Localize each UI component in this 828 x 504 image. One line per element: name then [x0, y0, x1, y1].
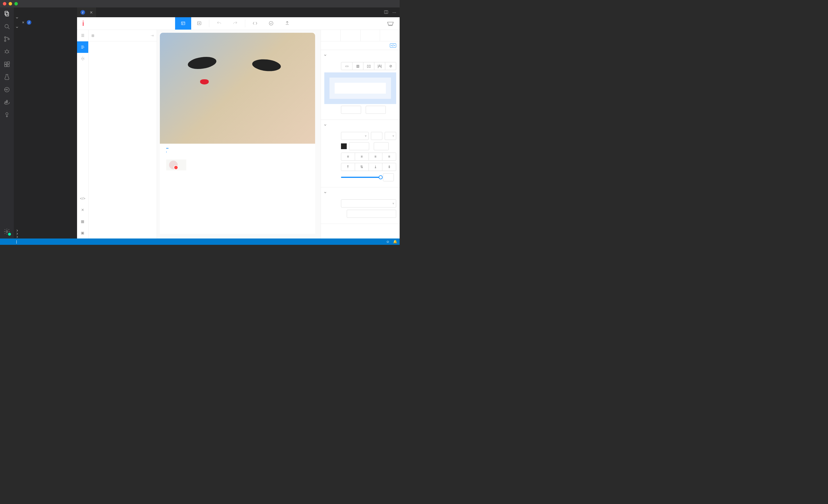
align-right-button[interactable]: ≡	[369, 153, 382, 161]
explorer-sidebar: ✕ i	[14, 7, 77, 238]
workspace-header[interactable]	[14, 26, 77, 29]
z-index-input[interactable]	[347, 210, 396, 218]
svg-rect-23	[6, 100, 7, 101]
position-type-select[interactable]	[341, 199, 396, 208]
save-button[interactable]	[263, 17, 279, 30]
source-control-icon[interactable]	[3, 36, 10, 43]
font-weight-select[interactable]	[341, 132, 369, 140]
svg-point-32	[199, 23, 200, 24]
opacity-input[interactable]	[383, 173, 394, 181]
valign-bottom-button[interactable]: ⤓	[369, 163, 382, 171]
svg-rect-22	[6, 102, 7, 103]
opacity-slider[interactable]	[341, 177, 381, 178]
hero-image	[160, 33, 315, 144]
view-code-icon[interactable]: </>	[390, 43, 396, 48]
text-color-swatch[interactable]	[341, 143, 347, 149]
open-editors-header[interactable]	[14, 16, 77, 19]
layout-flex-col-button[interactable]: ▯▯	[363, 62, 374, 70]
rail-components-icon[interactable]	[77, 53, 88, 64]
align-center-button[interactable]: ≡	[355, 153, 369, 161]
search-icon[interactable]	[3, 23, 10, 30]
tab-attributes[interactable]	[340, 30, 360, 41]
status-feedback-icon[interactable]: ☺	[386, 240, 389, 244]
open-editor-item[interactable]: ✕ i	[14, 19, 77, 26]
artboard	[160, 33, 315, 234]
split-editor-icon[interactable]	[384, 10, 388, 15]
debug-icon[interactable]	[3, 48, 10, 55]
editor-tabs: i ✕ ⋯	[77, 7, 400, 17]
undo-button[interactable]	[211, 17, 227, 30]
svg-rect-28	[181, 21, 185, 25]
layout-flex-row-button[interactable]: ▥	[352, 62, 363, 70]
generate-code-button[interactable]	[247, 17, 263, 30]
settings-gear-icon[interactable]	[3, 228, 10, 235]
svg-rect-1	[6, 12, 9, 16]
svg-rect-15	[7, 65, 9, 67]
outline-header[interactable]	[14, 229, 77, 232]
app-toolbar: i	[77, 17, 400, 30]
rail-layers-icon[interactable]: ▦	[80, 216, 85, 227]
layout-inline-button[interactable]: |A|	[374, 62, 385, 70]
close-tab-icon[interactable]: ✕	[90, 10, 93, 15]
layout-hidden-button[interactable]: ⊘	[385, 62, 396, 70]
maximize-window-button[interactable]	[14, 2, 18, 5]
layout-mode-button[interactable]	[175, 17, 191, 30]
rail-settings-icon[interactable]: ✕	[80, 204, 85, 216]
collapse-rail-icon[interactable]: ☰	[77, 30, 88, 41]
codespaces-icon[interactable]	[3, 86, 10, 93]
explorer-title	[14, 7, 77, 15]
test-icon[interactable]	[3, 74, 10, 81]
device-preview-icon[interactable]	[381, 17, 400, 30]
section-text-header[interactable]	[321, 120, 400, 130]
font-unit-select[interactable]	[385, 132, 396, 140]
selected-element-outline[interactable]	[166, 152, 167, 152]
svg-point-4	[5, 37, 6, 38]
rail-assets-icon[interactable]: ▣	[80, 227, 85, 238]
section-layout-header[interactable]	[321, 50, 400, 60]
font-size-input[interactable]	[371, 132, 382, 140]
status-notifications-icon[interactable]: 🔔	[393, 240, 397, 244]
export-button[interactable]	[279, 17, 295, 30]
svg-rect-31	[198, 21, 201, 25]
minimize-window-button[interactable]	[9, 2, 12, 5]
preview-mode-button[interactable]	[191, 17, 207, 30]
tab-style[interactable]	[321, 30, 340, 41]
svg-line-11	[5, 52, 5, 53]
tab-events[interactable]	[360, 30, 380, 41]
width-input[interactable]	[341, 106, 361, 114]
extensions-icon[interactable]	[3, 61, 10, 68]
svg-line-3	[8, 28, 9, 29]
section-position-header[interactable]	[321, 187, 400, 197]
valign-top-button[interactable]: ⤒	[341, 163, 355, 171]
selection-label	[166, 148, 168, 148]
svg-point-19	[6, 89, 7, 90]
height-input[interactable]	[366, 106, 386, 114]
explorer-icon[interactable]	[3, 10, 10, 17]
docker-icon[interactable]	[3, 99, 10, 106]
redo-button[interactable]	[227, 17, 243, 30]
cloud-icon[interactable]	[3, 111, 10, 119]
svg-point-7	[5, 50, 8, 53]
valign-middle-button[interactable]: ⇅	[355, 163, 369, 171]
rail-tree-icon[interactable]	[77, 41, 88, 53]
line-height-input[interactable]	[374, 142, 389, 150]
layout-block-button[interactable]: ▭	[341, 62, 352, 70]
box-model-editor[interactable]	[324, 73, 396, 104]
close-file-icon[interactable]: ✕	[22, 21, 25, 25]
tree-root-icon	[91, 33, 94, 38]
valign-stretch-button[interactable]: ⇕	[382, 163, 396, 171]
more-actions-icon[interactable]: ⋯	[392, 10, 396, 15]
align-justify-button[interactable]: ≡	[382, 153, 396, 161]
tree-collapse-icon[interactable]: ⇥	[151, 33, 154, 38]
editor-tab[interactable]: i ✕	[77, 7, 96, 17]
tab-data[interactable]	[380, 30, 400, 41]
rail-code-icon[interactable]: </>	[80, 192, 85, 204]
design-canvas[interactable]	[157, 30, 321, 238]
close-window-button[interactable]	[3, 2, 6, 5]
align-left-button[interactable]: ≡	[341, 153, 355, 161]
svg-rect-14	[5, 65, 7, 67]
maven-header[interactable]	[14, 235, 77, 238]
todos-header[interactable]	[14, 232, 77, 235]
svg-point-24	[6, 112, 8, 115]
text-color-input[interactable]	[349, 142, 369, 150]
